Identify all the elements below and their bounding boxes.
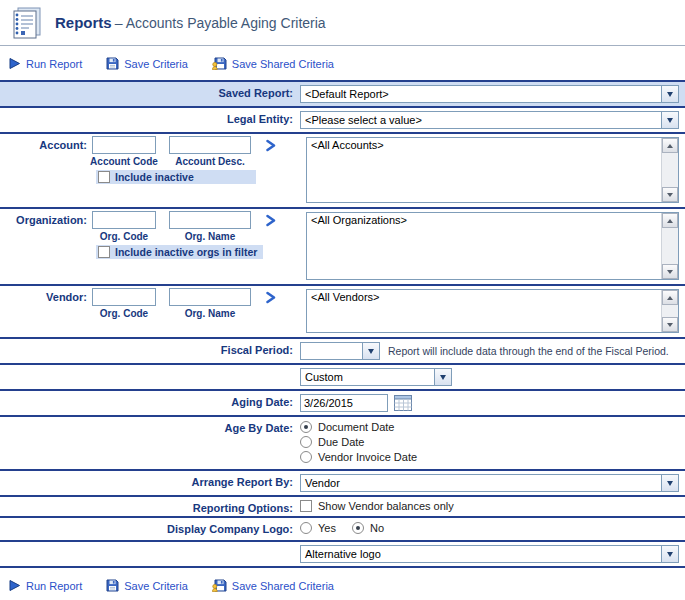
account-list-option[interactable]: <All Accounts>	[307, 138, 678, 152]
account-desc-input[interactable]	[169, 136, 251, 154]
vendor-name-input[interactable]	[169, 288, 251, 306]
page-title-secondary: – Accounts Payable Aging Criteria	[115, 15, 326, 31]
organization-listbox-scrollbar[interactable]	[661, 213, 678, 279]
criteria-form: Saved Report: <Default Report> Legal Ent…	[0, 80, 685, 568]
account-desc-column-label: Account Desc.	[175, 156, 244, 167]
dropdown-arrow-icon	[661, 546, 678, 562]
aging-date-row: Aging Date:	[0, 389, 685, 415]
account-include-inactive-checkbox[interactable]	[98, 171, 110, 183]
organization-code-column-label: Org. Code	[100, 231, 148, 242]
arrange-report-by-row: Arrange Report By: Vendor	[0, 469, 685, 495]
saved-report-label: Saved Report:	[4, 84, 300, 99]
calendar-icon	[394, 395, 412, 411]
organization-row: Organization: Org. Code Org. Name	[0, 207, 685, 284]
calendar-button[interactable]	[394, 395, 412, 411]
save-criteria-label: Save Criteria	[124, 580, 188, 592]
vendor-listbox-scrollbar[interactable]	[661, 290, 678, 332]
page-title: Reports – Accounts Payable Aging Criteri…	[55, 5, 326, 31]
age-by-vendor-invoice-date-option: Vendor Invoice Date	[300, 451, 679, 463]
dropdown-arrow-icon	[661, 475, 678, 491]
save-shared-icon	[212, 579, 227, 592]
logo-select-value: Alternative logo	[301, 546, 661, 562]
fiscal-period-row: Fiscal Period: Report will include data …	[0, 337, 685, 363]
account-include-inactive-band: Include inactive	[96, 170, 256, 184]
account-filter-apply-button[interactable]	[264, 139, 277, 154]
due-date-radio[interactable]	[300, 436, 312, 448]
save-icon	[106, 579, 119, 592]
save-shared-criteria-button[interactable]: Save Shared Criteria	[212, 57, 334, 70]
vendor-list-option[interactable]: <All Vendors>	[307, 290, 678, 304]
arrange-report-by-label: Arrange Report By:	[4, 473, 300, 488]
save-shared-criteria-label: Save Shared Criteria	[232, 580, 334, 592]
save-criteria-button-bottom[interactable]: Save Criteria	[106, 579, 188, 592]
scroll-up-icon[interactable]	[662, 138, 678, 153]
organization-listbox[interactable]: <All Organizations>	[306, 212, 679, 280]
logo-no-radio[interactable]	[352, 522, 364, 534]
age-by-document-date-option: Document Date	[300, 421, 679, 433]
save-shared-criteria-label: Save Shared Criteria	[232, 58, 334, 70]
chevron-right-icon	[264, 139, 277, 152]
vendor-filter-apply-button[interactable]	[264, 291, 277, 306]
top-toolbar: Run Report Save Criteria Save Shared Cri…	[0, 46, 685, 80]
vendor-code-input[interactable]	[92, 288, 156, 306]
fiscal-period-label: Fiscal Period:	[4, 341, 300, 356]
scroll-down-icon[interactable]	[662, 264, 678, 279]
vendor-name-column-label: Org. Name	[185, 308, 236, 319]
document-date-radio[interactable]	[300, 421, 312, 433]
organization-filter-apply-button[interactable]	[264, 214, 277, 229]
scroll-up-icon[interactable]	[662, 213, 678, 228]
logo-yes-label: Yes	[318, 522, 336, 534]
aging-date-input[interactable]	[300, 394, 388, 412]
account-listbox[interactable]: <All Accounts>	[306, 137, 679, 203]
display-company-logo-label: Display Company Logo:	[4, 520, 300, 535]
period-type-row: Custom	[0, 363, 685, 389]
logo-select[interactable]: Alternative logo	[300, 545, 679, 563]
organization-label: Organization:	[4, 211, 92, 242]
account-row: Account: Account Code Account Desc.	[0, 132, 685, 207]
reporting-options-row: Reporting Options: Show Vendor balances …	[0, 495, 685, 516]
legal-entity-select[interactable]: <Please select a value>	[300, 111, 679, 129]
run-report-button-bottom[interactable]: Run Report	[8, 579, 82, 592]
account-code-input[interactable]	[92, 136, 156, 154]
organization-code-input[interactable]	[92, 211, 156, 229]
age-by-due-date-option: Due Date	[300, 436, 679, 448]
scroll-down-icon[interactable]	[662, 187, 678, 202]
save-shared-icon	[212, 57, 227, 70]
account-code-column-label: Account Code	[90, 156, 158, 167]
vendor-listbox[interactable]: <All Vendors>	[306, 289, 679, 333]
dropdown-arrow-icon	[661, 86, 678, 102]
organization-include-inactive-checkbox[interactable]	[98, 246, 110, 258]
scroll-up-icon[interactable]	[662, 290, 678, 305]
fiscal-period-select[interactable]	[300, 342, 380, 360]
organization-list-option[interactable]: <All Organizations>	[307, 213, 678, 227]
account-label: Account:	[4, 136, 92, 167]
saved-report-select[interactable]: <Default Report>	[300, 85, 679, 103]
saved-report-value: <Default Report>	[301, 86, 661, 102]
arrange-report-by-value: Vendor	[301, 475, 661, 491]
age-by-date-label: Age By Date:	[4, 419, 300, 434]
logo-yes-option: Yes	[300, 522, 336, 534]
dropdown-arrow-icon	[362, 343, 379, 359]
show-vendor-balances-checkbox[interactable]	[300, 500, 312, 512]
organization-name-input[interactable]	[169, 211, 251, 229]
period-type-select[interactable]: Custom	[300, 368, 452, 386]
run-report-label: Run Report	[26, 580, 82, 592]
legal-entity-row: Legal Entity: <Please select a value>	[0, 106, 685, 132]
account-include-inactive-label: Include inactive	[115, 171, 194, 183]
save-icon	[106, 57, 119, 70]
account-listbox-scrollbar[interactable]	[661, 138, 678, 202]
document-date-label: Document Date	[318, 421, 394, 433]
legal-entity-label: Legal Entity:	[4, 110, 300, 125]
arrange-report-by-select[interactable]: Vendor	[300, 474, 679, 492]
dropdown-arrow-icon	[661, 112, 678, 128]
save-criteria-button[interactable]: Save Criteria	[106, 57, 188, 70]
logo-yes-radio[interactable]	[300, 522, 312, 534]
scroll-down-icon[interactable]	[662, 317, 678, 332]
run-report-button[interactable]: Run Report	[8, 57, 82, 70]
save-shared-criteria-button-bottom[interactable]: Save Shared Criteria	[212, 579, 334, 592]
vendor-invoice-date-radio[interactable]	[300, 451, 312, 463]
vendor-row: Vendor: Org. Code Org. Name	[0, 284, 685, 337]
display-company-logo-row: Display Company Logo: Yes No	[0, 516, 685, 540]
organization-include-inactive-label: Include inactive orgs in filter	[115, 246, 257, 258]
fiscal-period-note: Report will include data through the end…	[386, 345, 669, 357]
